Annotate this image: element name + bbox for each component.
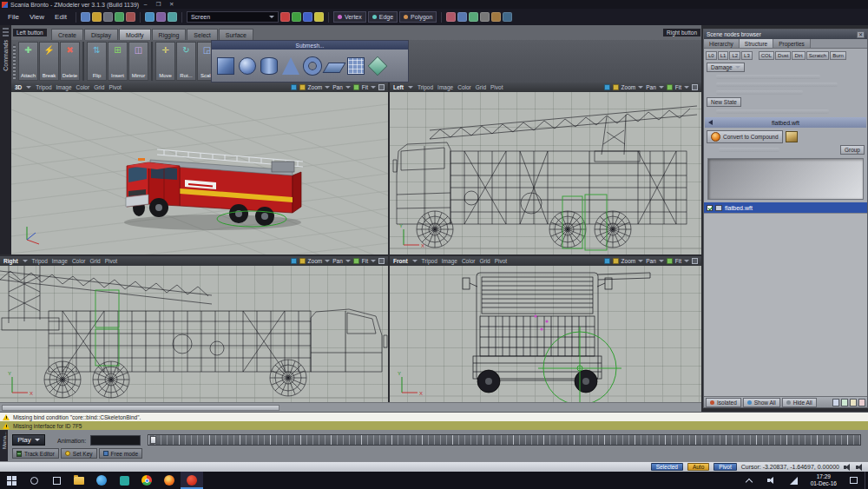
viewport-name[interactable]: Right bbox=[3, 258, 18, 264]
file-explorer-button[interactable] bbox=[68, 472, 90, 489]
axis-y-icon[interactable] bbox=[292, 12, 301, 22]
zoom-control[interactable]: Zoom bbox=[621, 258, 636, 264]
menu-edit[interactable]: Edit bbox=[50, 11, 71, 23]
open-file-icon[interactable] bbox=[81, 12, 90, 22]
filter-cameras-icon[interactable] bbox=[858, 399, 865, 406]
search-button[interactable] bbox=[23, 472, 45, 489]
viewport-left-canvas[interactable]: Y X bbox=[390, 92, 701, 254]
lighting-icon[interactable] bbox=[299, 84, 306, 90]
scene-node-list[interactable] bbox=[704, 213, 867, 396]
viewport-3d-canvas[interactable] bbox=[11, 92, 388, 254]
delete-button[interactable]: ✖ Delete bbox=[60, 42, 80, 81]
viewport-name[interactable]: Left bbox=[393, 84, 404, 90]
render-mode-icon[interactable] bbox=[291, 84, 297, 90]
render-mode-icon[interactable] bbox=[291, 258, 297, 264]
settings-icon[interactable] bbox=[145, 12, 155, 22]
show-all-button[interactable]: Show All bbox=[743, 398, 780, 407]
maximize-viewport-icon[interactable] bbox=[378, 258, 385, 264]
lighting-icon[interactable] bbox=[613, 84, 619, 90]
tab-create[interactable]: Create bbox=[51, 29, 83, 40]
filter-geometry-icon[interactable] bbox=[832, 399, 839, 406]
col-button[interactable]: COL bbox=[759, 51, 774, 60]
commands-dock-tab[interactable]: Commands bbox=[0, 25, 11, 254]
set-key-button[interactable]: Set Key bbox=[61, 448, 97, 459]
lod-l1-button[interactable]: L1 bbox=[718, 51, 729, 60]
log-row-selected[interactable]: Missing interface for ID 7F5 bbox=[0, 421, 868, 430]
compound-box-icon[interactable] bbox=[786, 131, 798, 142]
axis-x-icon[interactable] bbox=[280, 12, 290, 22]
select-tool-icon[interactable] bbox=[446, 12, 456, 22]
show-desktop-button[interactable] bbox=[865, 472, 868, 489]
viewport-name[interactable]: Front bbox=[393, 258, 408, 264]
tray-expand-button[interactable] bbox=[738, 472, 760, 489]
lighting-icon[interactable] bbox=[613, 258, 619, 264]
redo-icon[interactable] bbox=[126, 12, 135, 22]
attach-button[interactable]: ✚ Attach bbox=[18, 42, 38, 81]
import-icon[interactable] bbox=[103, 12, 113, 22]
zoom-control[interactable]: Zoom bbox=[308, 84, 323, 90]
scene-panel-titlebar[interactable]: Scene nodes browser ✕ bbox=[704, 30, 867, 39]
scale-tool-icon[interactable] bbox=[480, 12, 490, 22]
horizontal-scrollbar[interactable] bbox=[2, 405, 279, 411]
tab-properties[interactable]: Properties bbox=[773, 39, 811, 48]
insert-button[interactable]: ⊞ Insert bbox=[108, 42, 128, 81]
zoom-control[interactable]: Zoom bbox=[621, 84, 636, 90]
viewport-menu-grid[interactable]: Grid bbox=[89, 258, 100, 264]
firefox-button[interactable] bbox=[158, 472, 181, 489]
viewport-menu-tripod[interactable]: Tripod bbox=[418, 84, 433, 90]
selected-mode-button[interactable]: Selected bbox=[651, 463, 683, 471]
save-icon[interactable] bbox=[92, 12, 102, 22]
pan-control[interactable]: Pan bbox=[646, 84, 656, 90]
file-header-bar[interactable]: flatbed.wft bbox=[705, 117, 866, 128]
screen-select[interactable]: Screen bbox=[187, 11, 279, 23]
viewport-menu-color[interactable]: Color bbox=[72, 258, 86, 264]
lod-l0-button[interactable]: L0 bbox=[706, 51, 717, 60]
animation-select[interactable] bbox=[90, 435, 141, 446]
scratch-button[interactable]: Scratch bbox=[806, 51, 829, 60]
grid-toggle-icon[interactable] bbox=[353, 84, 359, 90]
polygon-mode-toggle[interactable]: Polygon bbox=[399, 11, 437, 23]
tab-structure[interactable]: Structure bbox=[740, 39, 773, 48]
menu-file[interactable]: File bbox=[3, 11, 23, 23]
timeline-slider[interactable] bbox=[150, 436, 156, 444]
viewport-front-canvas[interactable]: Y X bbox=[390, 266, 701, 402]
undo-ic[interactable] bbox=[115, 12, 124, 22]
viewport-menu-tripod[interactable]: Tripod bbox=[422, 258, 437, 264]
viewport-menu-image[interactable]: Image bbox=[56, 84, 72, 90]
viewport-menu-image[interactable]: Image bbox=[52, 258, 68, 264]
rotate-button[interactable]: ↻ Rot... bbox=[176, 42, 196, 81]
fit-control[interactable]: Fit bbox=[675, 84, 681, 90]
pivot-mode-button[interactable]: Pivot bbox=[713, 463, 736, 471]
viewport-menu-grid[interactable]: Grid bbox=[479, 258, 490, 264]
viewport-menu-pivot[interactable]: Pivot bbox=[490, 84, 503, 90]
new-state-button[interactable]: New State bbox=[707, 97, 741, 107]
maximize-viewport-icon[interactable] bbox=[378, 84, 385, 90]
viewport-menu-grid[interactable]: Grid bbox=[94, 84, 104, 90]
fit-control[interactable]: Fit bbox=[362, 258, 368, 264]
auto-mode-button[interactable]: Auto bbox=[687, 463, 709, 471]
dust-button[interactable]: Dust bbox=[775, 51, 791, 60]
vertex-mode-toggle[interactable]: Vertex bbox=[333, 11, 366, 23]
mirror-button[interactable]: ◫ Mirror bbox=[128, 42, 148, 81]
task-view-button[interactable] bbox=[45, 472, 68, 489]
viewport-menu-color[interactable]: Color bbox=[457, 84, 471, 90]
timeline-ruler[interactable] bbox=[148, 434, 861, 446]
rotate-tool-icon[interactable] bbox=[469, 12, 478, 22]
grid-toggle-icon[interactable] bbox=[667, 84, 673, 90]
zmodeler-taskbar-button[interactable] bbox=[181, 472, 203, 489]
track-editor-button[interactable]: Track Editor bbox=[12, 448, 59, 459]
submesh-header[interactable]: Submesh... bbox=[212, 41, 408, 50]
close-icon[interactable]: ✕ bbox=[165, 0, 178, 9]
viewport-menu-tripod[interactable]: Tripod bbox=[36, 84, 51, 90]
viewport-menu-pivot[interactable]: Pivot bbox=[108, 84, 121, 90]
chrome-button[interactable] bbox=[135, 472, 158, 489]
start-button[interactable] bbox=[0, 472, 23, 489]
maximize-viewport-icon[interactable] bbox=[692, 84, 698, 90]
convert-to-compound-button[interactable]: Convert to Compound bbox=[707, 130, 783, 143]
viewport-name[interactable]: 3D bbox=[15, 84, 22, 90]
snap-icon[interactable] bbox=[314, 12, 324, 22]
fit-control[interactable]: Fit bbox=[362, 84, 368, 90]
render-mode-icon[interactable] bbox=[604, 84, 610, 90]
viewport-menu-tripod[interactable]: Tripod bbox=[32, 258, 48, 264]
close-icon[interactable]: ✕ bbox=[857, 31, 865, 38]
